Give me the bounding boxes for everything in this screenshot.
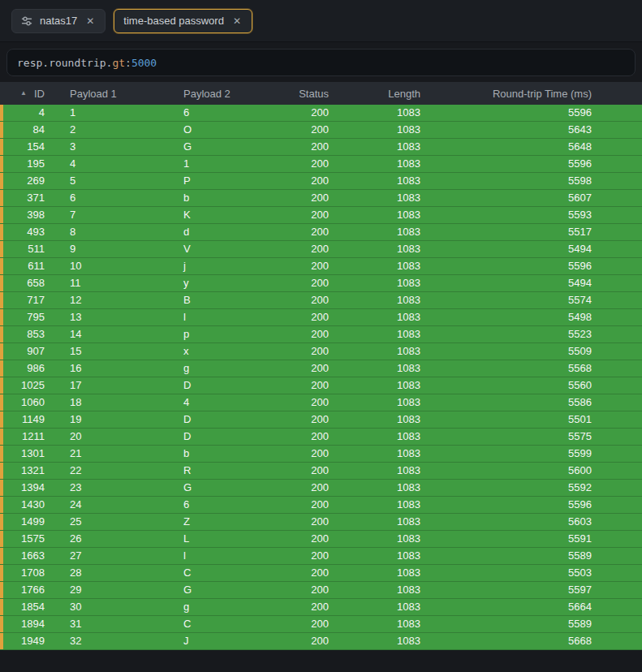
cell-payload2: Z xyxy=(170,514,284,530)
cell-payload2: P xyxy=(170,173,284,189)
cell-rtt: 5597 xyxy=(424,582,596,598)
cell-status: 200 xyxy=(284,326,333,342)
cell-payload2: C xyxy=(170,616,284,632)
cell-length: 1083 xyxy=(333,582,424,598)
cell-payload2: g xyxy=(170,360,284,377)
cell-id: 1949 xyxy=(0,633,57,649)
table-row[interactable]: 170828C20010835503 xyxy=(0,565,642,582)
tab-time-based-password[interactable]: time-based password ✕ xyxy=(114,9,252,33)
cell-payload2: J xyxy=(170,633,284,649)
results-table: ▲ ID Payload 1 Payload 2 Status Length R… xyxy=(0,82,642,650)
cell-rtt: 5648 xyxy=(424,139,596,155)
cell-id: 493 xyxy=(0,224,57,240)
cell-id: 795 xyxy=(0,309,57,325)
column-header-roundtrip[interactable]: Round-trip Time (ms) xyxy=(424,82,596,105)
cell-payload2: l xyxy=(170,309,284,325)
tab-natas17[interactable]: natas17 ✕ xyxy=(11,9,106,33)
table-row[interactable]: 3716b20010835607 xyxy=(0,190,642,207)
cell-status: 200 xyxy=(284,446,333,462)
column-header-id[interactable]: ▲ ID xyxy=(0,82,57,105)
table-row[interactable]: 4938d20010835517 xyxy=(0,224,642,241)
cell-status: 200 xyxy=(284,616,333,632)
cell-length: 1083 xyxy=(333,531,424,547)
table-row[interactable]: 194932J20010835668 xyxy=(0,633,642,650)
cell-rtt: 5607 xyxy=(424,190,596,206)
table-row[interactable]: 139423G20010835592 xyxy=(0,480,642,497)
cell-payload1: 4 xyxy=(57,156,170,172)
cell-spacer xyxy=(596,139,642,155)
cell-spacer xyxy=(596,633,642,649)
cell-spacer xyxy=(596,292,642,308)
table-row[interactable]: 189431C20010835589 xyxy=(0,616,642,633)
table-row[interactable]: 41620010835596 xyxy=(0,105,642,122)
cell-status: 200 xyxy=(284,480,333,496)
table-row[interactable]: 149925Z20010835603 xyxy=(0,514,642,531)
cell-id: 84 xyxy=(0,122,57,138)
cell-status: 200 xyxy=(284,429,333,445)
cell-id: 269 xyxy=(0,173,57,189)
filter-input[interactable]: resp.roundtrip.gt:5000 xyxy=(6,49,636,76)
cell-id: 1575 xyxy=(0,531,57,547)
cell-payload1: 10 xyxy=(57,258,170,274)
cell-rtt: 5596 xyxy=(424,105,596,121)
table-row[interactable]: 114919D20010835501 xyxy=(0,411,642,429)
table-row[interactable]: 842O20010835643 xyxy=(0,122,642,139)
table-row[interactable]: 1543G20010835648 xyxy=(0,139,642,156)
table-row[interactable]: 5119V20010835494 xyxy=(0,241,642,258)
column-header-length[interactable]: Length xyxy=(333,82,424,105)
table-row[interactable]: 85314p20010835523 xyxy=(0,326,642,343)
cell-spacer xyxy=(596,599,642,615)
cell-length: 1083 xyxy=(333,173,424,189)
table-row[interactable]: 106018420010835586 xyxy=(0,394,642,411)
column-header-payload1[interactable]: Payload 1 xyxy=(57,82,170,105)
table-row[interactable]: 1954120010835596 xyxy=(0,156,642,173)
table-row[interactable]: 185430g20010835664 xyxy=(0,599,642,616)
cell-length: 1083 xyxy=(333,394,424,411)
table-row[interactable]: 98616g20010835568 xyxy=(0,360,642,377)
cell-id: 986 xyxy=(0,360,57,377)
cell-payload2: O xyxy=(170,122,284,138)
cell-length: 1083 xyxy=(333,156,424,172)
table-row[interactable]: 102517D20010835560 xyxy=(0,377,642,394)
cell-rtt: 5560 xyxy=(424,377,596,394)
table-row[interactable]: 121120D20010835575 xyxy=(0,429,642,446)
cell-id: 371 xyxy=(0,190,57,206)
table-row[interactable]: 3987K20010835593 xyxy=(0,207,642,224)
cell-payload1: 6 xyxy=(57,190,170,206)
close-icon[interactable]: ✕ xyxy=(84,15,96,28)
cell-status: 200 xyxy=(284,173,333,189)
cell-status: 200 xyxy=(284,582,333,598)
cell-status: 200 xyxy=(284,224,333,240)
cell-rtt: 5664 xyxy=(424,599,596,615)
table-row[interactable]: 2695P20010835598 xyxy=(0,173,642,190)
table-row[interactable]: 65811y20010835494 xyxy=(0,275,642,292)
table-row[interactable]: 166327l20010835589 xyxy=(0,548,642,565)
column-label: Payload 1 xyxy=(70,88,117,100)
table-row[interactable]: 176629G20010835597 xyxy=(0,582,642,599)
table-row[interactable]: 143024620010835596 xyxy=(0,497,642,514)
table-row[interactable]: 130121b20010835599 xyxy=(0,446,642,463)
table-row[interactable]: 132122R20010835600 xyxy=(0,463,642,480)
cell-status: 200 xyxy=(284,360,333,377)
cell-id: 195 xyxy=(0,156,57,172)
table-row[interactable]: 79513l20010835498 xyxy=(0,309,642,326)
cell-length: 1083 xyxy=(333,411,424,428)
cell-payload2: 6 xyxy=(170,105,284,121)
close-icon[interactable]: ✕ xyxy=(231,15,243,28)
cell-spacer xyxy=(596,326,642,342)
cell-length: 1083 xyxy=(333,633,424,649)
table-row[interactable]: 157526L20010835591 xyxy=(0,531,642,548)
cell-id: 511 xyxy=(0,241,57,257)
cell-payload2: D xyxy=(170,429,284,445)
cell-id: 853 xyxy=(0,326,57,342)
column-header-payload2[interactable]: Payload 2 xyxy=(170,82,284,105)
cell-payload1: 23 xyxy=(57,480,170,496)
cell-payload1: 22 xyxy=(57,463,170,479)
cell-rtt: 5503 xyxy=(424,565,596,581)
table-row[interactable]: 61110j20010835596 xyxy=(0,258,642,275)
cell-payload2: j xyxy=(170,258,284,274)
table-row[interactable]: 90715x20010835509 xyxy=(0,343,642,360)
table-row[interactable]: 71712B20010835574 xyxy=(0,292,642,309)
cell-id: 1025 xyxy=(0,377,57,394)
column-header-status[interactable]: Status xyxy=(284,82,333,105)
